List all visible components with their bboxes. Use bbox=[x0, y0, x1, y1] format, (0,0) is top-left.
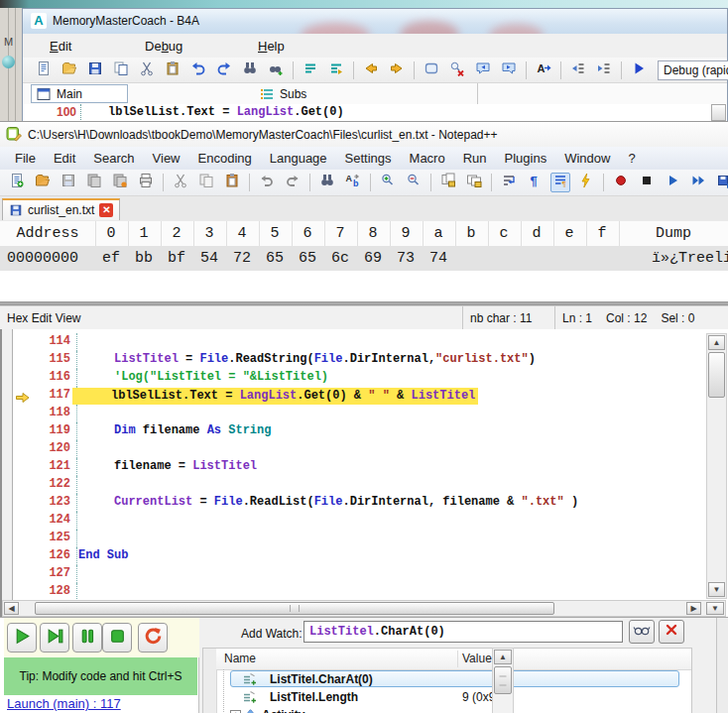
word-wrap-button[interactable] bbox=[499, 173, 519, 192]
indent-button[interactable] bbox=[594, 60, 614, 80]
paste-button[interactable] bbox=[163, 60, 182, 80]
code-line-128[interactable]: 128 bbox=[13, 583, 704, 601]
macro-multi-button[interactable] bbox=[688, 173, 708, 192]
menu-item-window[interactable]: Window bbox=[555, 149, 619, 168]
menu-item-edit[interactable]: Edit bbox=[46, 38, 75, 55]
scroll-down-icon[interactable]: ▼ bbox=[708, 582, 725, 597]
redo-button[interactable] bbox=[214, 60, 234, 80]
uncomment-button[interactable] bbox=[326, 60, 346, 80]
pause-button[interactable] bbox=[72, 623, 102, 653]
new-file-button[interactable] bbox=[34, 60, 54, 80]
scroll-down-icon[interactable]: ▼ bbox=[706, 602, 724, 615]
zoom-in-button[interactable] bbox=[378, 173, 398, 192]
code-line-118[interactable]: 118 bbox=[13, 405, 704, 422]
code-lines[interactable]: 114115 ListTitel = File.ReadString(File.… bbox=[13, 333, 704, 603]
code-line-114[interactable]: 114 bbox=[13, 333, 704, 351]
sync-h-button[interactable] bbox=[464, 173, 484, 192]
menu-item-language[interactable]: Language bbox=[261, 149, 336, 168]
redo-gray-button[interactable] bbox=[283, 173, 303, 192]
tab-subs[interactable]: Subs bbox=[259, 84, 306, 103]
hex-data-row[interactable]: 00000000efbbbf547265656c697374ï»¿Treelis… bbox=[0, 246, 728, 271]
pilcrow-button[interactable]: ¶ bbox=[525, 173, 545, 192]
restart-button[interactable] bbox=[138, 623, 168, 653]
npp-titlebar[interactable]: C:\Users\H\Downloads\tbookDemo\MemoryMas… bbox=[0, 122, 728, 147]
scroll-left-icon[interactable]: ◀ bbox=[4, 602, 19, 615]
find-button[interactable] bbox=[317, 173, 337, 192]
watch-table[interactable]: Name Value ListTitel.CharAt(0)ListTitel.… bbox=[202, 648, 692, 713]
undo-button[interactable] bbox=[188, 60, 208, 80]
remove-watch-button[interactable] bbox=[659, 620, 684, 644]
column-header-value[interactable]: Value bbox=[462, 652, 492, 665]
close-tab-icon[interactable]: ✕ bbox=[99, 203, 113, 217]
arrow-right-button[interactable] bbox=[387, 60, 407, 80]
add-watch-input[interactable]: ListTitel.CharAt(0) bbox=[303, 621, 623, 643]
show-all-chars-button[interactable]: ¶ bbox=[550, 173, 570, 192]
scroll-thumb[interactable] bbox=[708, 352, 725, 398]
save-copy-button[interactable] bbox=[84, 173, 104, 192]
menu-item-encoding[interactable]: Encoding bbox=[189, 149, 261, 168]
comment-button[interactable] bbox=[301, 60, 320, 80]
zoom-out-button[interactable] bbox=[404, 173, 424, 192]
macro-play-button[interactable] bbox=[663, 173, 682, 192]
tab-curlist-en-txt[interactable]: curlist_en.txt ✕ bbox=[2, 198, 120, 220]
save-button[interactable] bbox=[85, 60, 105, 80]
menu-item-run[interactable]: Run bbox=[454, 149, 496, 168]
open-button[interactable] bbox=[60, 60, 79, 80]
print-button[interactable] bbox=[136, 173, 156, 192]
bubble-prev-button[interactable] bbox=[473, 60, 493, 80]
sync-v-button[interactable] bbox=[438, 173, 458, 192]
menu-item-search[interactable]: Search bbox=[84, 149, 143, 168]
find-add-button[interactable] bbox=[266, 60, 286, 80]
menu-item-edit[interactable]: Edit bbox=[45, 149, 84, 168]
paste-npp-button[interactable] bbox=[222, 173, 242, 192]
column-divider[interactable] bbox=[457, 651, 458, 667]
b4a-code-line-100[interactable]: 100 lblSelList.Text = LangList.Get(0) bbox=[23, 104, 727, 122]
menu-item-settings[interactable]: Settings bbox=[336, 149, 401, 168]
vertical-scrollbar[interactable]: ▲ ▼ bbox=[706, 333, 727, 599]
arrow-left-button[interactable] bbox=[361, 60, 381, 80]
launch-main-link[interactable]: Launch (main) : 117 bbox=[7, 696, 121, 711]
macro-save-button[interactable] bbox=[714, 173, 728, 192]
undo-gray-button[interactable] bbox=[257, 173, 277, 192]
save-all-button[interactable] bbox=[110, 173, 130, 192]
replace-button[interactable]: Ab bbox=[343, 173, 363, 192]
tab-main[interactable]: Main bbox=[31, 84, 128, 103]
indent-guides-button[interactable] bbox=[576, 173, 596, 192]
scrollbar-fragment[interactable] bbox=[711, 104, 726, 121]
menu-item-macro[interactable]: Macro bbox=[401, 149, 454, 168]
step-button[interactable] bbox=[40, 623, 69, 653]
code-line-117[interactable]: 117 lblSelList.Text = LangList.Get(0) & … bbox=[13, 387, 704, 405]
code-line-119[interactable]: 119 Dim filename As String bbox=[13, 422, 704, 440]
code-line-124[interactable]: 124 bbox=[13, 512, 704, 530]
scroll-thumb[interactable] bbox=[494, 666, 512, 694]
macro-record-button[interactable] bbox=[611, 173, 631, 192]
run-button[interactable] bbox=[629, 60, 649, 80]
copy-button[interactable] bbox=[111, 60, 131, 80]
watch-row-3[interactable]: +Activity bbox=[216, 706, 691, 713]
hex-view-body[interactable] bbox=[0, 271, 728, 301]
menu-item-file[interactable]: File bbox=[6, 149, 45, 168]
outdent-button[interactable] bbox=[568, 60, 588, 80]
watch-row-1[interactable]: ListTitel.CharAt(0) bbox=[216, 670, 691, 688]
code-line-122[interactable]: 122 bbox=[13, 476, 704, 494]
b4a-code-editor[interactable]: 114115 ListTitel = File.ReadString(File.… bbox=[0, 329, 728, 617]
menu-item-debug[interactable]: Debug bbox=[141, 38, 186, 55]
scroll-thumb[interactable] bbox=[35, 602, 554, 615]
menu-item-help[interactable]: ? bbox=[619, 149, 644, 168]
code-line-116[interactable]: 116 'Log("ListTitel = "&ListTitel) bbox=[13, 369, 704, 387]
code-line-126[interactable]: 126End Sub bbox=[13, 547, 704, 565]
watch-search-button[interactable] bbox=[629, 620, 655, 644]
macro-stop-button[interactable] bbox=[637, 173, 657, 192]
scroll-up-icon[interactable]: ▲ bbox=[494, 650, 512, 664]
code-line-125[interactable]: 125 bbox=[13, 530, 704, 547]
code-line-123[interactable]: 123 CurrentList = File.ReadList(File.Dir… bbox=[13, 494, 704, 512]
continue-button[interactable] bbox=[7, 623, 37, 653]
code-line-121[interactable]: 121 filename = ListTitel bbox=[13, 458, 704, 476]
horizontal-scrollbar[interactable]: ◀ ▶ ▼ bbox=[2, 600, 726, 617]
scroll-up-icon[interactable]: ▲ bbox=[708, 335, 725, 350]
cut-button[interactable] bbox=[137, 60, 157, 80]
rename-button[interactable]: A bbox=[534, 60, 553, 80]
menu-item-plugins[interactable]: Plugins bbox=[496, 149, 556, 168]
copy-gray-button[interactable] bbox=[196, 173, 216, 192]
open-npp-button[interactable] bbox=[33, 173, 53, 192]
